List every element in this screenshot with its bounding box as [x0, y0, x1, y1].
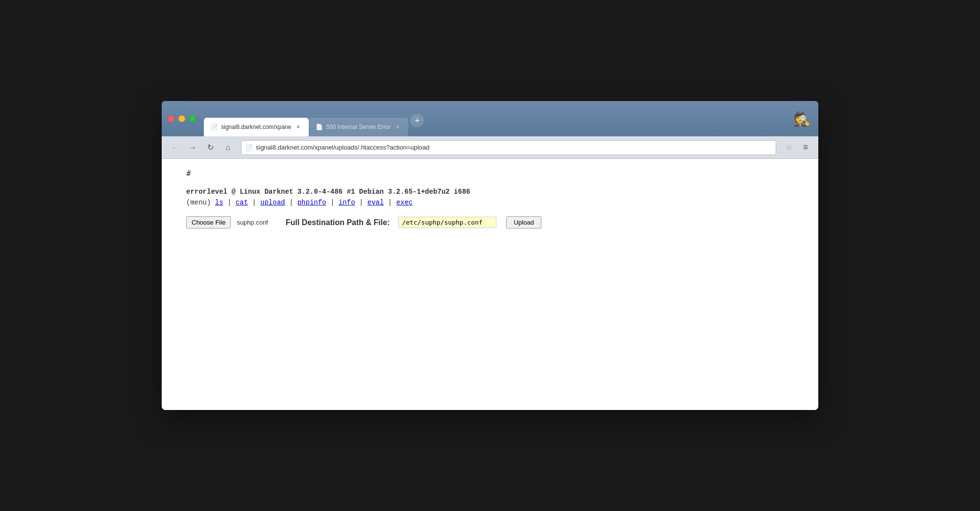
nav-line: (menu) ls | cat | upload | phpinfo | inf…: [186, 199, 794, 206]
back-button[interactable]: ←: [168, 140, 182, 155]
nav-link-phpinfo[interactable]: phpinfo: [297, 199, 326, 206]
nav-link-upload[interactable]: upload: [260, 199, 285, 206]
destination-input[interactable]: [398, 217, 496, 228]
tab-active[interactable]: 📄 signal8.darknet.com/xpane ×: [204, 118, 309, 136]
nav-link-eval[interactable]: eval: [368, 199, 384, 206]
maximize-button[interactable]: [189, 115, 196, 122]
menu-button[interactable]: ≡: [799, 141, 812, 154]
reload-button[interactable]: ↻: [203, 140, 218, 155]
tab-inactive[interactable]: 📄 500 Internal Server Error ×: [309, 118, 408, 136]
toolbar: ← → ↻ ⌂ 📄 signal8.darknet.com/xpanel/upl…: [162, 136, 818, 159]
tab-bar: 📄 signal8.darknet.com/xpane × 📄 500 Inte…: [204, 101, 791, 136]
new-tab-button[interactable]: +: [410, 114, 424, 128]
address-text: signal8.darknet.com/xpanel/uploads/.htac…: [256, 144, 772, 151]
hash-symbol: #: [186, 169, 794, 178]
address-icon: 📄: [245, 144, 253, 151]
selected-file-name: suphp.conf: [237, 219, 268, 226]
server-info: errorlevel @ Linux Darknet 3.2.0-4-486 #…: [186, 188, 794, 196]
forward-button[interactable]: →: [185, 140, 200, 155]
bookmark-button[interactable]: ☆: [782, 141, 796, 154]
spy-icon: 🕵: [793, 111, 810, 127]
close-button[interactable]: [168, 115, 174, 122]
tab-close-button[interactable]: ×: [294, 123, 302, 131]
nav-link-exec[interactable]: exec: [396, 199, 413, 206]
home-button[interactable]: ⌂: [220, 140, 235, 155]
nav-link-cat[interactable]: cat: [236, 199, 248, 206]
browser-icon: 🕵: [791, 108, 812, 129]
tab-active-label: signal8.darknet.com/xpane: [221, 124, 291, 130]
nav-link-info[interactable]: info: [339, 199, 355, 206]
destination-label: Full Destination Path & File:: [286, 218, 390, 227]
minimize-button[interactable]: [178, 115, 185, 122]
page-content: # errorlevel @ Linux Darknet 3.2.0-4-486…: [162, 159, 818, 410]
tab-close-button-2[interactable]: ×: [393, 123, 401, 131]
choose-file-button[interactable]: Choose File: [186, 216, 231, 229]
tab-page-icon: 📄: [211, 124, 218, 130]
title-bar: 📄 signal8.darknet.com/xpane × 📄 500 Inte…: [162, 101, 818, 136]
upload-button[interactable]: Upload: [506, 216, 541, 229]
tab-inactive-label: 500 Internal Server Error: [326, 124, 391, 130]
tab-page-icon-2: 📄: [316, 124, 323, 130]
upload-section: Choose File suphp.conf Full Destination …: [186, 216, 794, 229]
menu-label: (menu): [186, 199, 211, 206]
address-bar[interactable]: 📄 signal8.darknet.com/xpanel/uploads/.ht…: [241, 140, 776, 155]
traffic-lights: [168, 115, 196, 122]
nav-link-ls[interactable]: ls: [215, 199, 223, 206]
browser-window: 📄 signal8.darknet.com/xpane × 📄 500 Inte…: [162, 101, 818, 410]
